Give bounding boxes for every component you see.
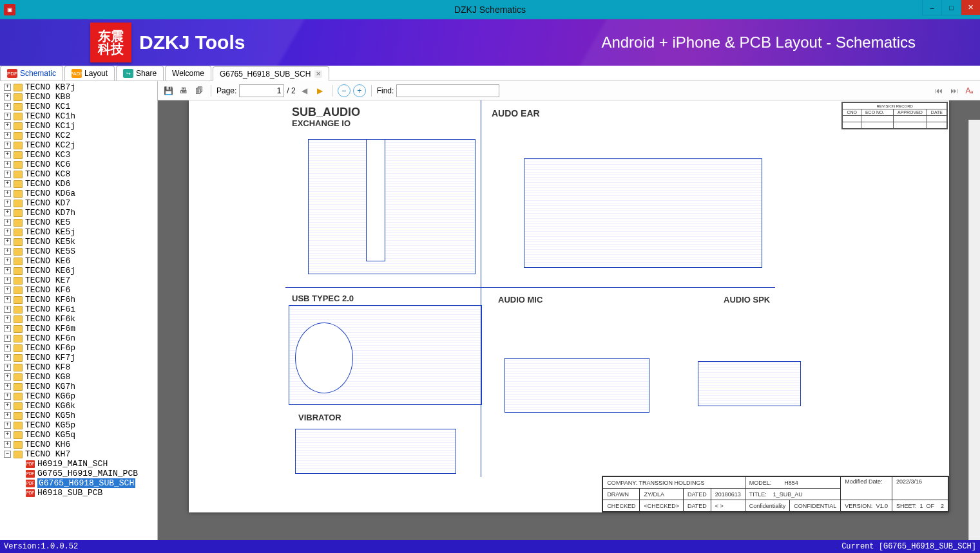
tree-file[interactable]: G6765_H6918_SUB_SCH [3, 478, 157, 488]
expand-icon[interactable] [4, 103, 11, 110]
expand-icon[interactable] [4, 258, 11, 265]
expand-icon[interactable] [4, 315, 11, 323]
tree-file[interactable]: H6919_MAIN_SCH [3, 459, 157, 469]
tree-file[interactable]: H6918_SUB_PCB [3, 488, 157, 498]
expand-icon[interactable] [4, 335, 11, 342]
zoom-out-icon[interactable]: − [338, 84, 351, 97]
expand-icon[interactable] [4, 209, 11, 216]
tree-folder[interactable]: TECNO KD7h [3, 208, 157, 218]
text-size-icon[interactable]: Aₐ [963, 84, 976, 97]
expand-icon[interactable] [4, 142, 11, 149]
tree-folder[interactable]: TECNO KF8 [3, 362, 157, 372]
expand-icon[interactable] [4, 393, 11, 400]
tree-folder[interactable]: TECNO KC1h [3, 111, 157, 121]
maximize-button[interactable]: □ [941, 0, 961, 15]
tree-folder[interactable]: TECNO KF6n [3, 333, 157, 343]
tree-folder[interactable]: TECNO KG6k [3, 401, 157, 411]
expand-icon[interactable] [4, 344, 11, 351]
tree-folder[interactable]: TECNO KD7 [3, 198, 157, 208]
tree-folder[interactable]: TECNO KC2 [3, 131, 157, 140]
skip-fwd-icon[interactable]: ⏭ [948, 84, 961, 97]
tree-folder[interactable]: TECNO KB8 [3, 92, 157, 102]
expand-icon[interactable] [4, 190, 11, 197]
page-input[interactable] [239, 84, 284, 97]
tree-folder[interactable]: TECNO KH6 [3, 440, 157, 449]
tree-folder[interactable]: TECNO KG6p [3, 391, 157, 401]
next-page-icon[interactable]: ▶ [314, 84, 327, 97]
tree-folder[interactable]: TECNO KC1j [3, 121, 157, 131]
tree-folder[interactable]: TECNO KE5j [3, 227, 157, 237]
prev-page-icon[interactable]: ◀ [298, 84, 311, 97]
minimize-button[interactable]: – [922, 0, 941, 15]
tree-folder[interactable]: TECNO KF6h [3, 295, 157, 305]
tab-layout[interactable]: PADS Layout [64, 66, 115, 80]
expand-icon[interactable] [4, 229, 11, 236]
expand-icon[interactable] [4, 180, 11, 187]
tree-folder[interactable]: TECNO KE5 [3, 218, 157, 227]
expand-icon[interactable] [4, 132, 11, 139]
tree-folder[interactable]: TECNO KC6 [3, 160, 157, 169]
tree-folder[interactable]: TECNO KE5S [3, 247, 157, 256]
tree-folder[interactable]: TECNO KG8 [3, 372, 157, 382]
expand-icon[interactable] [4, 373, 11, 380]
tab-welcome[interactable]: Welcome [165, 66, 211, 80]
tree-folder[interactable]: TECNO KC2j [3, 140, 157, 150]
tree-folder[interactable]: TECNO KF6p [3, 343, 157, 353]
model-tree[interactable]: TECNO KB7jTECNO KB8TECNO KC1TECNO KC1hTE… [0, 81, 157, 540]
tree-folder[interactable]: TECNO KG5q [3, 430, 157, 440]
expand-icon[interactable] [4, 161, 11, 168]
expand-icon[interactable] [4, 84, 11, 91]
expand-icon[interactable] [4, 267, 11, 274]
expand-icon[interactable] [4, 306, 11, 313]
expand-icon[interactable] [4, 296, 11, 303]
tab-document[interactable]: G6765_H6918_SUB_SCH ✕ [213, 66, 329, 81]
expand-icon[interactable] [4, 325, 11, 332]
tree-folder[interactable]: TECNO KE5k [3, 237, 157, 247]
tree-folder[interactable]: TECNO KF6 [3, 285, 157, 295]
save-icon[interactable]: 💾 [162, 84, 175, 97]
tree-folder[interactable]: TECNO KG5h [3, 411, 157, 420]
expand-icon[interactable] [4, 354, 11, 361]
tree-folder[interactable]: TECNO KF6m [3, 324, 157, 333]
expand-icon[interactable] [4, 248, 11, 255]
tree-folder[interactable]: TECNO KF7j [3, 353, 157, 362]
expand-icon[interactable] [4, 171, 11, 178]
canvas-area[interactable]: REVISION RECORD CNO ECO NO. APPROVED DAT… [158, 100, 980, 540]
find-input[interactable] [396, 84, 499, 97]
expand-icon[interactable] [4, 412, 11, 419]
expand-icon[interactable] [4, 402, 11, 409]
close-button[interactable]: ✕ [961, 0, 980, 15]
expand-icon[interactable] [4, 238, 11, 245]
expand-icon[interactable] [4, 219, 11, 226]
tree-folder-open[interactable]: TECNO KH7 [3, 449, 157, 459]
tree-folder[interactable]: TECNO KE6 [3, 256, 157, 266]
tree-folder[interactable]: TECNO KB7j [3, 82, 157, 92]
tree-file[interactable]: G6765_H6919_MAIN_PCB [3, 469, 157, 478]
skip-back-icon[interactable]: ⏮ [932, 84, 945, 97]
expand-icon[interactable] [4, 151, 11, 158]
tree-folder[interactable]: TECNO KD6 [3, 179, 157, 189]
tab-share[interactable]: ↪ Share [116, 66, 164, 80]
tree-folder[interactable]: TECNO KE7 [3, 276, 157, 285]
expand-icon[interactable] [4, 441, 11, 448]
expand-icon[interactable] [4, 93, 11, 100]
tree-folder[interactable]: TECNO KF6k [3, 314, 157, 324]
expand-icon[interactable] [4, 431, 11, 438]
copy-icon[interactable]: 🗐 [193, 84, 206, 97]
expand-icon[interactable] [4, 286, 11, 294]
expand-icon[interactable] [4, 277, 11, 284]
collapse-icon[interactable] [4, 451, 11, 458]
tree-folder[interactable]: TECNO KE6j [3, 266, 157, 276]
expand-icon[interactable] [4, 422, 11, 429]
scrollbar-vertical[interactable] [968, 120, 980, 540]
tree-folder[interactable]: TECNO KC1 [3, 102, 157, 111]
zoom-in-icon[interactable]: + [353, 84, 366, 97]
tree-folder[interactable]: TECNO KD6a [3, 189, 157, 198]
tree-folder[interactable]: TECNO KG7h [3, 382, 157, 391]
tree-folder[interactable]: TECNO KC8 [3, 169, 157, 179]
tab-schematic[interactable]: PDF Schematic [0, 66, 63, 80]
expand-icon[interactable] [4, 200, 11, 207]
print-icon[interactable]: 🖶 [177, 84, 190, 97]
expand-icon[interactable] [4, 122, 11, 129]
tree-folder[interactable]: TECNO KF6i [3, 305, 157, 314]
